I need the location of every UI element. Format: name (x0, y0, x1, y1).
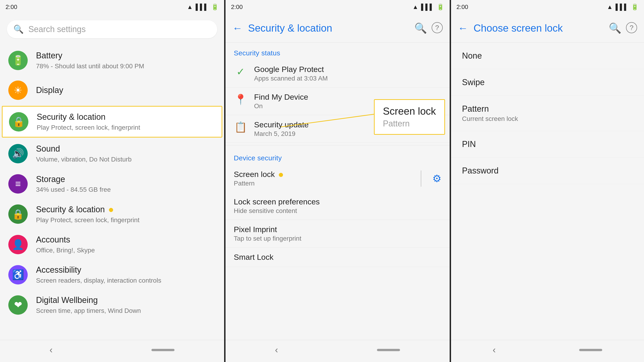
find-my-device-icon: 📍 (234, 93, 248, 105)
pixel-imprint-subtitle: Tap to set up fingerprint (234, 235, 441, 242)
settings-item-storage[interactable]: ≡ Storage 34% used - 84.55 GB free (0, 169, 224, 199)
nav-pill-2 (377, 349, 400, 351)
accessibility-icon-sym: ♿ (12, 269, 24, 280)
signal-icon: ▌▌▌ (196, 3, 208, 10)
lock-option-none[interactable]: None (451, 43, 644, 69)
security-hl-icon-sym: 🔒 (13, 116, 25, 127)
status-icons-2: ▲ ▌▌▌ 🔋 (412, 3, 444, 10)
security2-text: Security & location Play Protect, screen… (36, 204, 216, 224)
accessibility-text: Accessibility Screen readers, display, i… (36, 265, 216, 285)
lock-option-pattern-subtitle: Current screen lock (462, 115, 633, 122)
battery-icon-2: 🔋 (437, 3, 444, 10)
security-status-label: Security status (226, 43, 450, 60)
lock-screen-prefs-subtitle: Hide sensitive content (234, 207, 441, 215)
security-content: Security status ✓ Google Play Protect Ap… (226, 43, 450, 340)
accessibility-title: Accessibility (36, 265, 216, 276)
security-hl-icon-circle: 🔒 (9, 112, 28, 131)
google-play-protect-item[interactable]: ✓ Google Play Protect Apps scanned at 3:… (226, 60, 450, 87)
digitalwellbeing-title: Digital Wellbeing (36, 295, 216, 306)
security2-yellow-dot (109, 208, 113, 212)
security2-icon-sym: 🔒 (12, 209, 24, 220)
settings-item-security-2[interactable]: 🔒 Security & location Play Protect, scre… (0, 199, 224, 229)
settings-item-security-highlighted[interactable]: 🔒 Security & location Play Protect, scre… (2, 106, 222, 137)
back-button-1[interactable]: ‹ (50, 345, 52, 355)
screen-lock-text: Screen lock Pattern (234, 170, 410, 187)
sound-icon-sym: 🔊 (12, 148, 24, 159)
search-bar[interactable]: 🔍 Search settings (7, 20, 217, 38)
settings-item-sound[interactable]: 🔊 Sound Volume, vibration, Do Not Distur… (0, 138, 224, 169)
choose-lock-title: Choose screen lock (474, 22, 603, 34)
lock-option-pin[interactable]: PIN (451, 131, 644, 158)
settings-item-digitalwellbeing[interactable]: ❤ Digital Wellbeing Screen time, app tim… (0, 290, 224, 320)
accounts-text: Accounts Office, Bring!, Skype (36, 234, 216, 255)
accounts-subtitle: Office, Bring!, Skype (36, 246, 216, 255)
storage-icon-sym: ≡ (15, 178, 21, 189)
accounts-icon-circle: 👤 (8, 235, 28, 254)
help-icon-2[interactable]: ? (432, 22, 443, 33)
pixel-imprint-item[interactable]: Pixel Imprint Tap to set up fingerprint (226, 220, 450, 248)
battery-text: Battery 78% - Should last until about 9:… (36, 50, 216, 70)
google-play-protect-text: Google Play Protect Apps scanned at 3:03… (254, 65, 441, 82)
screen-lock-title: Screen lock (234, 170, 410, 179)
signal-icon-3: ▌▌▌ (616, 3, 628, 10)
security-hl-subtitle: Play Protect, screen lock, fingerprint (37, 123, 215, 132)
security-location-panel: 2:00 ▲ ▌▌▌ 🔋 ← Security & location 🔍 ? S… (226, 0, 450, 362)
settings-item-accounts[interactable]: 👤 Accounts Office, Bring!, Skype (0, 229, 224, 260)
back-button-3[interactable]: ‹ (492, 345, 496, 355)
smart-lock-item[interactable]: Smart Lock (226, 248, 450, 267)
display-text: Display (36, 85, 216, 96)
lock-option-swipe[interactable]: Swipe (451, 69, 644, 96)
storage-title: Storage (36, 174, 216, 185)
accessibility-icon-circle: ♿ (8, 265, 28, 285)
settings-item-battery[interactable]: 🔋 Battery 78% - Should last until about … (0, 45, 224, 75)
accessibility-subtitle: Screen readers, display, interaction con… (36, 276, 216, 285)
digitalwellbeing-subtitle: Screen time, app timers, Wind Down (36, 307, 216, 315)
settings-item-accessibility[interactable]: ♿ Accessibility Screen readers, display,… (0, 260, 224, 290)
battery-icon-sym: 🔋 (12, 55, 24, 66)
bottom-nav-2: ‹ (226, 340, 450, 362)
search-placeholder: Search settings (28, 24, 86, 34)
search-bar-container: 🔍 Search settings (0, 14, 224, 43)
battery-title: Battery (36, 50, 216, 61)
settings-panel: 2:00 ▲ ▌▌▌ 🔋 🔍 Search settings 🔋 Battery… (0, 0, 224, 362)
lock-option-pattern[interactable]: Pattern Current screen lock (451, 96, 644, 131)
device-security-label: Device security (226, 148, 450, 165)
lock-screen-prefs-item[interactable]: Lock screen preferences Hide sensitive c… (226, 192, 450, 220)
lock-screen-prefs-title: Lock screen preferences (234, 197, 441, 206)
google-play-protect-icon: ✓ (234, 66, 248, 77)
status-bar-2: 2:00 ▲ ▌▌▌ 🔋 (226, 0, 450, 14)
section-divider (226, 145, 450, 145)
nav-pill-3 (579, 349, 602, 351)
help-icon-3[interactable]: ? (626, 22, 637, 33)
search-icon-3[interactable]: 🔍 (609, 22, 622, 34)
smart-lock-text: Smart Lock (234, 253, 441, 262)
battery-subtitle: 78% - Should last until about 9:00 PM (36, 62, 216, 70)
display-icon-sym: ☀ (14, 85, 22, 96)
smart-lock-title: Smart Lock (234, 253, 441, 262)
screen-lock-yellow-dot (279, 173, 283, 177)
back-arrow-2[interactable]: ← (232, 22, 242, 34)
wifi-icon: ▲ (187, 3, 193, 10)
screen-lock-tooltip: Screen lock Pattern (374, 99, 445, 135)
storage-icon-circle: ≡ (8, 174, 28, 194)
bottom-nav-3: ‹ (451, 340, 644, 362)
nav-pill-1 (152, 349, 174, 351)
screen-lock-gear-icon[interactable]: ⚙ (432, 173, 441, 184)
screen-lock-item[interactable]: Screen lock Pattern ⚙ (226, 165, 450, 192)
search-icon-2[interactable]: 🔍 (414, 22, 427, 34)
header-icons-2: 🔍 ? (414, 22, 443, 34)
screen-lock-subtitle: Pattern (234, 180, 410, 187)
accounts-icon-sym: 👤 (12, 239, 24, 250)
lock-option-password-title: Password (462, 166, 633, 176)
back-button-2[interactable]: ‹ (275, 345, 278, 355)
lock-option-password[interactable]: Password (451, 158, 644, 184)
display-icon-circle: ☀ (8, 80, 28, 100)
digitalwellbeing-text: Digital Wellbeing Screen time, app timer… (36, 295, 216, 315)
settings-item-display[interactable]: ☀ Display (0, 75, 224, 105)
accounts-title: Accounts (36, 234, 216, 245)
battery-icon-circle: 🔋 (8, 51, 28, 70)
settings-list: 🔋 Battery 78% - Should last until about … (0, 43, 224, 340)
back-arrow-3[interactable]: ← (458, 22, 468, 34)
sound-subtitle: Volume, vibration, Do Not Disturb (36, 155, 216, 164)
choose-lock-content: None Swipe Pattern Current screen lock P… (451, 43, 644, 340)
